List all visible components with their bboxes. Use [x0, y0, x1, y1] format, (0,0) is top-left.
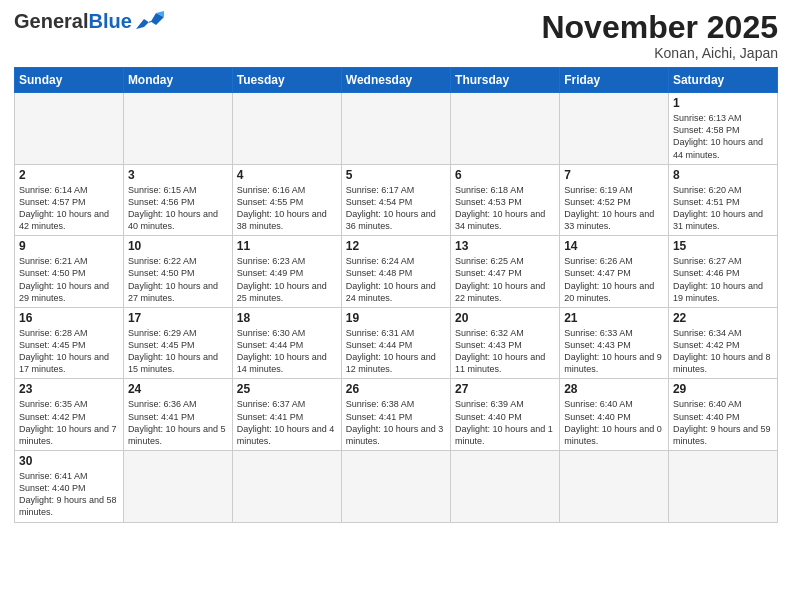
empty-cell [560, 451, 669, 523]
day-info-15: Sunrise: 6:27 AMSunset: 4:46 PMDaylight:… [673, 255, 773, 304]
day-info-28: Sunrise: 6:40 AMSunset: 4:40 PMDaylight:… [564, 398, 664, 447]
day-info-14: Sunrise: 6:26 AMSunset: 4:47 PMDaylight:… [564, 255, 664, 304]
empty-cell [668, 451, 777, 523]
day-number-16: 16 [19, 311, 119, 325]
day-number-11: 11 [237, 239, 337, 253]
day-info-10: Sunrise: 6:22 AMSunset: 4:50 PMDaylight:… [128, 255, 228, 304]
day-number-10: 10 [128, 239, 228, 253]
day-info-9: Sunrise: 6:21 AMSunset: 4:50 PMDaylight:… [19, 255, 119, 304]
day-info-17: Sunrise: 6:29 AMSunset: 4:45 PMDaylight:… [128, 327, 228, 376]
header-monday: Monday [123, 68, 232, 93]
empty-cell [560, 93, 669, 165]
day-number-2: 2 [19, 168, 119, 182]
day-number-19: 19 [346, 311, 446, 325]
day-number-17: 17 [128, 311, 228, 325]
day-number-20: 20 [455, 311, 555, 325]
day-cell-25: 25Sunrise: 6:37 AMSunset: 4:41 PMDayligh… [232, 379, 341, 451]
day-cell-16: 16Sunrise: 6:28 AMSunset: 4:45 PMDayligh… [15, 307, 124, 379]
empty-cell [451, 451, 560, 523]
day-info-22: Sunrise: 6:34 AMSunset: 4:42 PMDaylight:… [673, 327, 773, 376]
day-info-1: Sunrise: 6:13 AMSunset: 4:58 PMDaylight:… [673, 112, 773, 161]
calendar-row: 16Sunrise: 6:28 AMSunset: 4:45 PMDayligh… [15, 307, 778, 379]
day-number-24: 24 [128, 382, 228, 396]
day-cell-24: 24Sunrise: 6:36 AMSunset: 4:41 PMDayligh… [123, 379, 232, 451]
day-cell-14: 14Sunrise: 6:26 AMSunset: 4:47 PMDayligh… [560, 236, 669, 308]
title-area: November 2025 Konan, Aichi, Japan [541, 10, 778, 61]
header-sunday: Sunday [15, 68, 124, 93]
logo-area: GeneralBlue [14, 10, 164, 33]
day-info-21: Sunrise: 6:33 AMSunset: 4:43 PMDaylight:… [564, 327, 664, 376]
header-wednesday: Wednesday [341, 68, 450, 93]
day-cell-18: 18Sunrise: 6:30 AMSunset: 4:44 PMDayligh… [232, 307, 341, 379]
day-number-4: 4 [237, 168, 337, 182]
day-cell-26: 26Sunrise: 6:38 AMSunset: 4:41 PMDayligh… [341, 379, 450, 451]
day-info-20: Sunrise: 6:32 AMSunset: 4:43 PMDaylight:… [455, 327, 555, 376]
day-cell-1: 1Sunrise: 6:13 AMSunset: 4:58 PMDaylight… [668, 93, 777, 165]
calendar-row: 23Sunrise: 6:35 AMSunset: 4:42 PMDayligh… [15, 379, 778, 451]
calendar-row: 9Sunrise: 6:21 AMSunset: 4:50 PMDaylight… [15, 236, 778, 308]
day-info-4: Sunrise: 6:16 AMSunset: 4:55 PMDaylight:… [237, 184, 337, 233]
day-info-7: Sunrise: 6:19 AMSunset: 4:52 PMDaylight:… [564, 184, 664, 233]
empty-cell [123, 93, 232, 165]
day-number-30: 30 [19, 454, 119, 468]
day-info-23: Sunrise: 6:35 AMSunset: 4:42 PMDaylight:… [19, 398, 119, 447]
day-cell-20: 20Sunrise: 6:32 AMSunset: 4:43 PMDayligh… [451, 307, 560, 379]
day-info-26: Sunrise: 6:38 AMSunset: 4:41 PMDaylight:… [346, 398, 446, 447]
day-number-26: 26 [346, 382, 446, 396]
day-info-18: Sunrise: 6:30 AMSunset: 4:44 PMDaylight:… [237, 327, 337, 376]
header-saturday: Saturday [668, 68, 777, 93]
day-cell-21: 21Sunrise: 6:33 AMSunset: 4:43 PMDayligh… [560, 307, 669, 379]
day-info-25: Sunrise: 6:37 AMSunset: 4:41 PMDaylight:… [237, 398, 337, 447]
day-cell-15: 15Sunrise: 6:27 AMSunset: 4:46 PMDayligh… [668, 236, 777, 308]
day-cell-6: 6Sunrise: 6:18 AMSunset: 4:53 PMDaylight… [451, 164, 560, 236]
day-cell-19: 19Sunrise: 6:31 AMSunset: 4:44 PMDayligh… [341, 307, 450, 379]
day-info-29: Sunrise: 6:40 AMSunset: 4:40 PMDaylight:… [673, 398, 773, 447]
empty-cell [232, 451, 341, 523]
day-info-5: Sunrise: 6:17 AMSunset: 4:54 PMDaylight:… [346, 184, 446, 233]
header-thursday: Thursday [451, 68, 560, 93]
day-number-21: 21 [564, 311, 664, 325]
day-cell-9: 9Sunrise: 6:21 AMSunset: 4:50 PMDaylight… [15, 236, 124, 308]
day-cell-23: 23Sunrise: 6:35 AMSunset: 4:42 PMDayligh… [15, 379, 124, 451]
day-info-12: Sunrise: 6:24 AMSunset: 4:48 PMDaylight:… [346, 255, 446, 304]
day-cell-29: 29Sunrise: 6:40 AMSunset: 4:40 PMDayligh… [668, 379, 777, 451]
day-cell-5: 5Sunrise: 6:17 AMSunset: 4:54 PMDaylight… [341, 164, 450, 236]
day-number-28: 28 [564, 382, 664, 396]
day-number-22: 22 [673, 311, 773, 325]
day-number-13: 13 [455, 239, 555, 253]
day-info-27: Sunrise: 6:39 AMSunset: 4:40 PMDaylight:… [455, 398, 555, 447]
day-info-11: Sunrise: 6:23 AMSunset: 4:49 PMDaylight:… [237, 255, 337, 304]
empty-cell [15, 93, 124, 165]
calendar-row: 2Sunrise: 6:14 AMSunset: 4:57 PMDaylight… [15, 164, 778, 236]
header-friday: Friday [560, 68, 669, 93]
day-cell-13: 13Sunrise: 6:25 AMSunset: 4:47 PMDayligh… [451, 236, 560, 308]
day-info-24: Sunrise: 6:36 AMSunset: 4:41 PMDaylight:… [128, 398, 228, 447]
day-number-7: 7 [564, 168, 664, 182]
day-cell-12: 12Sunrise: 6:24 AMSunset: 4:48 PMDayligh… [341, 236, 450, 308]
day-number-27: 27 [455, 382, 555, 396]
day-cell-17: 17Sunrise: 6:29 AMSunset: 4:45 PMDayligh… [123, 307, 232, 379]
day-number-3: 3 [128, 168, 228, 182]
day-cell-2: 2Sunrise: 6:14 AMSunset: 4:57 PMDaylight… [15, 164, 124, 236]
day-number-25: 25 [237, 382, 337, 396]
day-number-29: 29 [673, 382, 773, 396]
logo-general: General [14, 10, 88, 32]
day-cell-27: 27Sunrise: 6:39 AMSunset: 4:40 PMDayligh… [451, 379, 560, 451]
day-info-2: Sunrise: 6:14 AMSunset: 4:57 PMDaylight:… [19, 184, 119, 233]
logo-blue: Blue [88, 10, 131, 32]
day-info-8: Sunrise: 6:20 AMSunset: 4:51 PMDaylight:… [673, 184, 773, 233]
day-number-23: 23 [19, 382, 119, 396]
calendar-row: 30Sunrise: 6:41 AMSunset: 4:40 PMDayligh… [15, 451, 778, 523]
svg-marker-0 [136, 13, 164, 29]
day-cell-11: 11Sunrise: 6:23 AMSunset: 4:49 PMDayligh… [232, 236, 341, 308]
day-cell-3: 3Sunrise: 6:15 AMSunset: 4:56 PMDaylight… [123, 164, 232, 236]
day-cell-22: 22Sunrise: 6:34 AMSunset: 4:42 PMDayligh… [668, 307, 777, 379]
logo-bird-icon [136, 11, 164, 33]
header-tuesday: Tuesday [232, 68, 341, 93]
day-number-18: 18 [237, 311, 337, 325]
day-number-8: 8 [673, 168, 773, 182]
empty-cell [341, 451, 450, 523]
day-number-5: 5 [346, 168, 446, 182]
day-cell-4: 4Sunrise: 6:16 AMSunset: 4:55 PMDaylight… [232, 164, 341, 236]
day-number-9: 9 [19, 239, 119, 253]
